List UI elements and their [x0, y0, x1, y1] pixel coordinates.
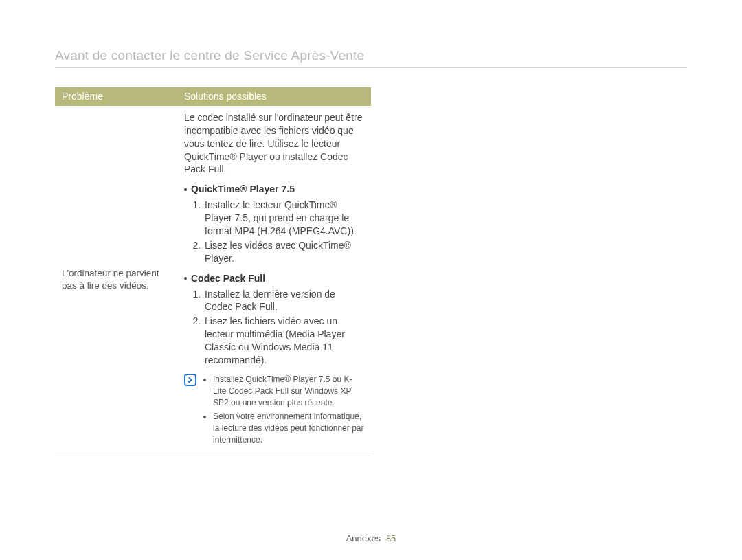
list-item: Selon votre environnement informatique, …: [213, 411, 364, 445]
subheading-quicktime: QuickTime® Player 7.5: [184, 183, 364, 196]
bullet-icon: [184, 277, 187, 280]
list-item: Installez la dernière version de Codec P…: [203, 288, 364, 314]
note-box: Installez QuickTime® Player 7.5 ou K-Lit…: [184, 374, 364, 449]
page-title: Avant de contacter le centre de Service …: [55, 48, 687, 63]
note-list: Installez QuickTime® Player 7.5 ou K-Lit…: [203, 374, 364, 449]
solution-cell: Le codec installé sur l'ordinateur peut …: [177, 106, 371, 456]
solution-intro: Le codec installé sur l'ordinateur peut …: [184, 111, 364, 176]
bullet-icon: [184, 188, 187, 191]
problem-cell: L'ordinateur ne parvient pas à lire des …: [55, 106, 177, 456]
list-item: Installez QuickTime® Player 7.5 ou K-Lit…: [213, 374, 364, 408]
troubleshooting-table: Problème Solutions possibles L'ordinateu…: [55, 87, 371, 456]
quicktime-steps: Installez le lecteur QuickTime® Player 7…: [184, 199, 364, 265]
footer-section: Annexes: [346, 533, 381, 544]
header-problem: Problème: [55, 87, 177, 106]
document-page: Avant de contacter le centre de Service …: [0, 0, 742, 560]
subheading-quicktime-label: QuickTime® Player 7.5: [191, 183, 295, 196]
table-row: L'ordinateur ne parvient pas à lire des …: [55, 106, 371, 456]
list-item: Lisez les vidéos avec QuickTime® Player.: [203, 239, 364, 265]
list-item: Lisez les fichiers vidéo avec un lecteur…: [203, 315, 364, 367]
title-divider: [55, 67, 687, 68]
subheading-codecpack: Codec Pack Full: [184, 272, 364, 285]
page-footer: Annexes 85: [0, 533, 742, 544]
header-solutions: Solutions possibles: [177, 87, 371, 106]
footer-page-number: 85: [386, 533, 396, 544]
subheading-codecpack-label: Codec Pack Full: [191, 272, 265, 285]
codecpack-steps: Installez la dernière version de Codec P…: [184, 288, 364, 367]
note-icon: [184, 374, 196, 386]
list-item: Installez le lecteur QuickTime® Player 7…: [203, 199, 364, 238]
